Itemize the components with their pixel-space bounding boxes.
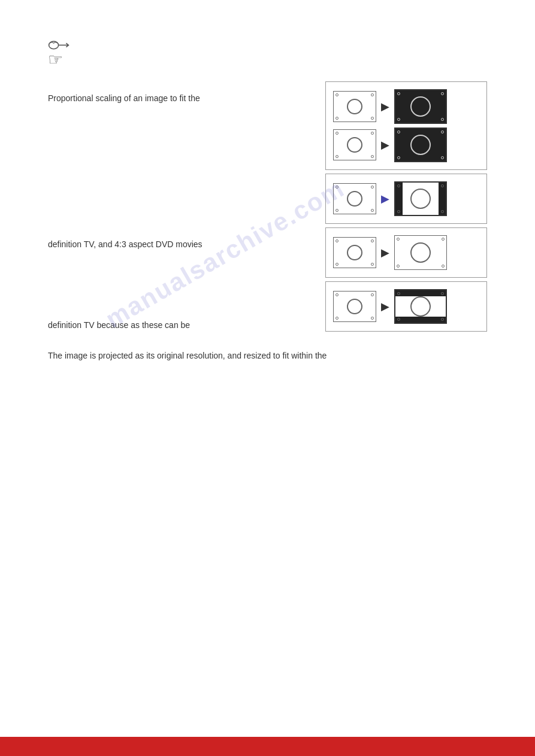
bottom-red-bar <box>0 737 535 756</box>
source-circle-4 <box>347 299 362 314</box>
page-content: ☞ Proportional scaling of an image to fi… <box>0 0 535 384</box>
dest-frame-3 <box>394 235 447 270</box>
diagrams-column: ▶ <box>325 81 487 342</box>
source-frame-4 <box>333 291 376 322</box>
dest-circle-2 <box>410 189 431 209</box>
diagram-box-1: ▶ <box>325 81 487 170</box>
diagram-box-2: ▶ <box>325 174 487 224</box>
arrow-2: ▶ <box>381 192 389 205</box>
arrow-3: ▶ <box>381 246 389 259</box>
diagram-row-1a: ▶ <box>333 89 479 124</box>
section2-text: definition TV, and 4:3 aspect DVD movies <box>48 186 313 261</box>
arrow-4: ▶ <box>381 300 389 313</box>
dest-circle-3 <box>410 242 431 263</box>
diagram-row-3: ▶ <box>333 235 479 270</box>
dest-circle-1b <box>410 135 431 155</box>
section1-line1: Proportional scaling of an image to fit … <box>48 93 313 103</box>
bottom-text: The image is projected as its original r… <box>48 351 487 360</box>
diagram-box-4: ▶ <box>325 281 487 332</box>
diagram-row-4: ▶ <box>333 289 479 324</box>
section1-text: Proportional scaling of an image to fit … <box>48 81 313 186</box>
dest-circle-1a <box>410 96 431 117</box>
source-circle-2 <box>347 191 362 207</box>
dest-frame-1b <box>394 127 447 162</box>
source-frame-1b <box>333 129 376 160</box>
source-circle-1a <box>347 99 362 114</box>
section3-line1: definition TV because as these can be <box>48 320 313 330</box>
section2-line1: definition TV, and 4:3 aspect DVD movies <box>48 239 313 249</box>
arrow-1b: ▶ <box>381 138 389 151</box>
dest-frame-1a <box>394 89 447 124</box>
dest-frame-2 <box>394 181 447 216</box>
diagram-row-2: ▶ <box>333 181 479 216</box>
source-frame-1a <box>333 91 376 122</box>
dest-circle-4 <box>410 296 431 317</box>
arrow-1a: ▶ <box>381 100 389 113</box>
diagram-box-3: ▶ <box>325 227 487 278</box>
source-frame-3 <box>333 237 376 268</box>
text-column: Proportional scaling of an image to fit … <box>48 81 313 342</box>
diagram-row-1b: ▶ <box>333 127 479 162</box>
section3-text: definition TV because as these can be <box>48 261 313 342</box>
main-layout: Proportional scaling of an image to fit … <box>48 81 487 342</box>
note-finger-icon: ☞ <box>48 50 63 69</box>
source-circle-1b <box>347 137 362 153</box>
bottom-text-line: The image is projected as its original r… <box>48 351 487 360</box>
source-frame-2 <box>333 183 376 214</box>
source-circle-3 <box>347 245 362 260</box>
dest-frame-4 <box>394 289 447 324</box>
